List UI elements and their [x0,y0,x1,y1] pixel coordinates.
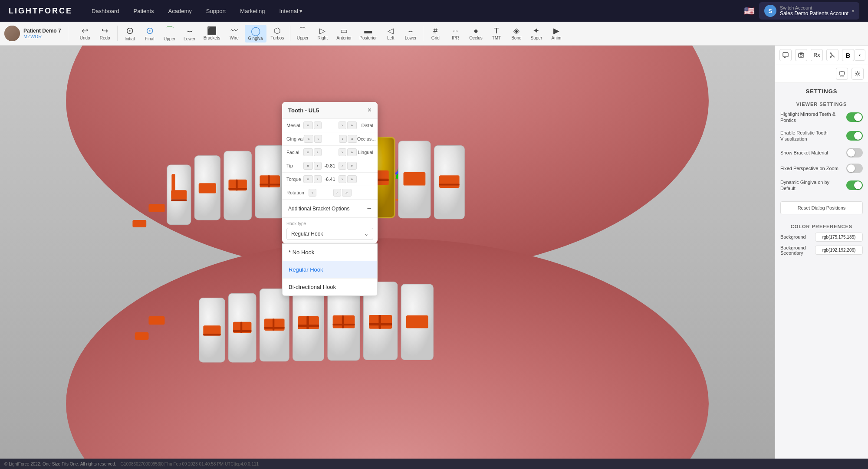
facial-right[interactable]: › [339,148,346,156]
bond-button[interactable]: ◈ Bond [507,25,526,42]
right-button[interactable]: ▷ Right [313,25,332,42]
scissors-icon-btn[interactable] [826,49,838,61]
collapse-button[interactable]: − [367,204,372,213]
dynamic-gingiva-toggle[interactable] [846,180,863,190]
torque-left[interactable]: ‹ [314,175,322,183]
reset-dialog-button[interactable]: Reset Dialog Positions [780,201,863,214]
chat-icon-btn[interactable] [779,49,792,61]
grid-button[interactable]: # Grid [426,25,445,42]
gingival-left[interactable]: ‹ [314,135,322,143]
right-icon: ▷ [319,27,326,35]
undo-button[interactable]: ↩ Undo [76,25,95,42]
nav-marketing[interactable]: Marketing [234,5,271,17]
svg-rect-6 [171,174,175,192]
anim-button[interactable]: ▶ Anim [547,25,566,42]
tmt-button[interactable]: T TMT [487,25,506,42]
mesial-left[interactable]: ‹ [314,121,322,129]
viewport[interactable]: Tooth - UL5 × Mesial « ‹ › » Distal Ging… [0,46,775,459]
turbos-icon: ⬡ [274,27,281,35]
brackets-label: Brackets [204,36,220,40]
tip-dbl-right[interactable]: » [347,162,357,170]
upper-cam-button[interactable]: ⌒ Upper [293,25,312,42]
mesial-dbl-left[interactable]: « [303,121,313,129]
nav-support[interactable]: Support [200,5,232,17]
mesial-right[interactable]: › [339,121,346,129]
right-label: Right [318,36,328,40]
wire-icon: 〰 [230,27,238,35]
torque-dbl-right[interactable]: » [347,175,357,183]
lower-button[interactable]: ⌣ Lower [180,24,199,43]
highlight-mirrored-toggle[interactable] [846,112,863,122]
lower-cam-button[interactable]: ⌣ Lower [401,25,420,42]
svg-rect-61 [378,315,381,329]
hook-type-section: Hook type Regular Hook ⌄ * No Hook Regul… [282,218,378,243]
rotation-right[interactable]: › [333,189,341,197]
occlus-button[interactable]: ● Occlus [466,25,486,42]
patient-avatar [4,26,20,41]
turbos-button[interactable]: ⬡ Turbos [267,25,288,42]
torque-right[interactable]: › [339,175,346,183]
left-button[interactable]: ◁ Left [381,25,400,42]
fixed-perspective-toggle[interactable] [846,164,863,173]
background-label: Background [780,234,806,239]
hook-selected-value: Regular Hook [291,231,323,237]
nav-academy[interactable]: Academy [162,5,198,17]
background-swatch[interactable]: rgb(175,175,185) [815,233,863,242]
hook-select[interactable]: Regular Hook ⌄ [286,228,373,240]
redo-button[interactable]: ↪ Redo [95,25,115,42]
hook-option-bidirectional[interactable]: Bi-directional Hook [283,279,377,295]
initial-button[interactable]: ⊙ Initial [120,24,139,43]
svg-rect-41 [203,334,220,335]
facial-dbl-left[interactable]: « [303,148,313,156]
facial-dbl-right[interactable]: » [347,148,357,156]
background-secondary-label: Background Secondary [780,245,815,256]
account-button[interactable]: S Switch Account Sales Demo Patients Acc… [759,2,859,20]
ipr-button[interactable]: ↔ IPR [446,25,465,42]
bracket-material-toggle[interactable] [846,148,863,157]
distal-label: Distal [357,123,374,128]
rotation-dbl-right[interactable]: » [342,189,352,197]
copyright-text: © LightForce 2022. One Size Fits One. Al… [4,462,116,466]
svg-rect-63 [406,315,428,328]
upper-button[interactable]: ⌒ Upper [160,24,179,43]
hook-option-regular[interactable]: Regular Hook [283,261,377,279]
anterior-button[interactable]: ▭ Anterior [333,25,355,42]
nav-internal[interactable]: Internal [273,5,309,17]
tip-left[interactable]: ‹ [314,162,322,170]
nav-patients[interactable]: Patients [128,5,160,17]
realistic-tooth-toggle[interactable] [846,131,863,141]
mesial-dbl-right[interactable]: » [347,121,357,129]
rx-icon-btn[interactable]: Rx [811,49,823,61]
brackets-button[interactable]: ⬛ Brackets [200,25,224,42]
tooth-icon-btn[interactable] [836,68,848,80]
tip-dbl-left[interactable]: « [303,162,313,170]
svg-rect-5 [171,199,187,201]
divider-2 [290,26,290,41]
gingival-dbl-left[interactable]: « [304,135,313,143]
camera-icon-btn[interactable] [795,49,807,61]
torque-dbl-left[interactable]: « [303,175,313,183]
rotation-left[interactable]: ‹ [309,189,316,197]
posterior-button[interactable]: ▬ Posterior [356,25,380,42]
nav-dashboard[interactable]: Dashboard [85,5,125,17]
account-info: Switch Account Sales Demo Patients Accou… [780,5,848,16]
gingiva-button[interactable]: ◯ Gingiva [245,25,266,43]
gingival-dbl-right[interactable]: » [348,135,357,143]
tip-right[interactable]: › [339,162,346,170]
super-button[interactable]: ✦ Super [527,25,546,42]
hook-type-label: Hook type [286,221,373,226]
prev-button[interactable]: ‹ [854,49,865,61]
svg-rect-45 [240,322,242,333]
background-secondary-swatch[interactable]: rgb(192,192,206) [815,246,863,255]
settings-icon-btn[interactable] [852,68,864,80]
final-button[interactable]: ⊙ Final [140,24,159,43]
bold-btn[interactable]: B [842,49,854,61]
grid-icon: # [433,27,437,35]
close-button[interactable]: × [368,106,372,114]
hook-option-no-hook[interactable]: * No Hook [283,244,377,261]
gingival-right[interactable]: › [339,135,347,143]
wire-button[interactable]: 〰 Wire [225,25,244,42]
facial-left[interactable]: ‹ [314,148,322,156]
mesial-controls: « ‹ › » [303,121,357,129]
lower-cam-icon: ⌣ [408,27,413,35]
